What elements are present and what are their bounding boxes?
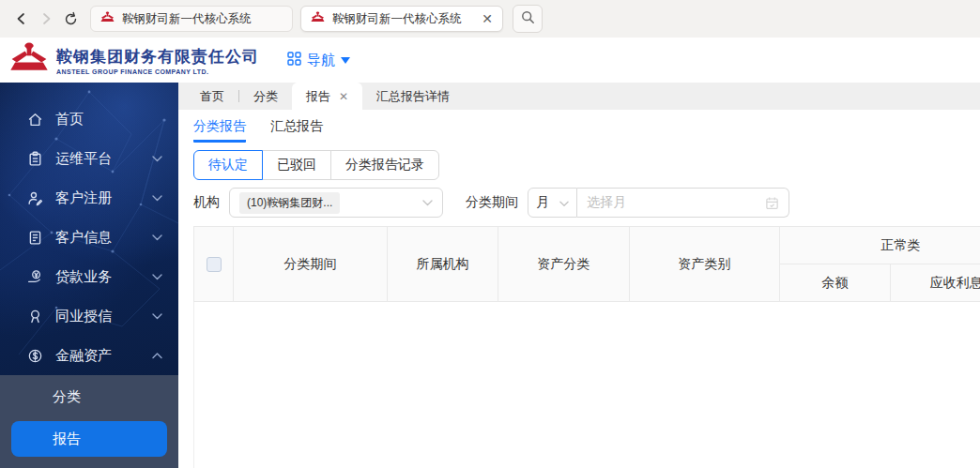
- financial-assets-submenu: 分类 报告: [0, 375, 178, 468]
- filter-pending-button[interactable]: 待认定: [193, 150, 263, 180]
- user-edit-icon: [27, 190, 43, 206]
- sidebar-item-customer-register[interactable]: 客户注册: [0, 178, 178, 218]
- sidebar-item-label: 客户信息: [55, 229, 112, 247]
- chevron-down-icon: [559, 195, 569, 210]
- chevron-up-icon: [152, 353, 162, 359]
- main-area: 首页 运维平台 客户注册: [0, 83, 980, 468]
- close-icon[interactable]: ✕: [339, 91, 348, 102]
- period-unit-select[interactable]: 月: [528, 188, 577, 218]
- company-logo: [9, 41, 49, 79]
- report-sub-tabs: 分类报告 汇总报告: [193, 118, 980, 143]
- document-icon: [27, 230, 43, 246]
- search-icon: [521, 10, 535, 28]
- browser-tab-1[interactable]: 鞍钢财司新一代核心系统: [90, 6, 293, 32]
- browser-toolbar: 鞍钢财司新一代核心系统 鞍钢财司新一代核心系统 ✕: [0, 0, 980, 38]
- chevron-down-icon: [422, 200, 433, 206]
- page-tab-label: 首页: [200, 88, 224, 105]
- content-area: 首页 分类 报告 ✕ 汇总报告详情 分类报告 汇总报告: [178, 83, 980, 468]
- browser-tab-2[interactable]: 鞍钢财司新一代核心系统 ✕: [300, 6, 503, 32]
- column-header-interest-receivable: 应收利息: [891, 264, 980, 302]
- browser-tab-title: 鞍钢财司新一代核心系统: [332, 11, 462, 27]
- page-tab-summary-report-detail[interactable]: 汇总报告详情: [362, 83, 464, 110]
- sidebar-item-loan-business[interactable]: 贷款业务: [0, 257, 178, 296]
- sidebar-item-label: 贷款业务: [55, 268, 112, 286]
- select-all-checkbox[interactable]: [207, 257, 222, 272]
- filter-report-records-button[interactable]: 分类报告记录: [330, 150, 439, 180]
- chevron-down-icon: [152, 195, 162, 202]
- chevron-down-icon: [152, 274, 162, 280]
- sidebar-item-label: 金融资产: [55, 347, 112, 365]
- calendar-icon: [765, 196, 779, 210]
- sidebar-item-interbank-credit[interactable]: 同业授信: [0, 296, 178, 336]
- nav-menu-label: 导航: [307, 52, 335, 69]
- company-titles: 鞍钢集团财务有限责任公司 ANSTEEL GROUP FINANCE COMPA…: [56, 46, 259, 75]
- page-tab-label: 分类: [253, 88, 278, 105]
- page-tab-label: 汇总报告详情: [376, 88, 450, 105]
- browser-forward-icon[interactable]: [34, 7, 58, 31]
- report-table: 分类期间 所属机构 资产分类 资产类别 正常类 余额 应收利息: [193, 226, 980, 468]
- column-header-org: 所属机构: [388, 227, 498, 302]
- query-form: 机构 (10)鞍钢集团财... 分类期间 月: [193, 188, 980, 218]
- grid-icon: [287, 52, 301, 68]
- status-filter-group: 待认定 已驳回 分类报告记录: [193, 150, 980, 180]
- clipboard-icon: [27, 151, 43, 167]
- sidebar-subitem-report[interactable]: 报告: [11, 421, 167, 457]
- report-page-body: 分类报告 汇总报告 待认定 已驳回 分类报告记录 机构 (10)鞍钢集团财...: [178, 110, 980, 468]
- chevron-down-icon: [152, 156, 162, 162]
- sidebar-item-customer-info[interactable]: 客户信息: [0, 218, 178, 257]
- period-label: 分类期间: [466, 194, 518, 211]
- column-header-period: 分类期间: [234, 227, 388, 302]
- company-name-en: ANSTEEL GROUP FINANCE COMPANY LTD.: [56, 68, 259, 75]
- home-icon: [27, 112, 43, 128]
- page-tab-bar: 首页 分类 报告 ✕ 汇总报告详情: [178, 83, 980, 110]
- column-header-asset-category: 资产类别: [630, 227, 780, 302]
- sidebar-item-label: 首页: [55, 111, 84, 128]
- chevron-down-icon: [152, 234, 162, 241]
- org-selected-value: (10)鞍钢集团财...: [239, 192, 340, 214]
- select-all-cell: [194, 227, 234, 302]
- sidebar-item-home[interactable]: 首页: [0, 99, 178, 139]
- sidebar-subitem-classification[interactable]: 分类: [0, 376, 178, 417]
- page-tab-report[interactable]: 报告 ✕: [292, 83, 362, 110]
- org-label: 机构: [193, 194, 220, 211]
- browser-reload-icon[interactable]: [58, 7, 83, 31]
- org-select[interactable]: (10)鞍钢集团财...: [229, 188, 443, 218]
- ansteel-logo-icon: [311, 11, 325, 26]
- sidebar-item-ops-platform[interactable]: 运维平台: [0, 139, 178, 178]
- column-header-balance: 余额: [780, 264, 891, 302]
- caret-down-icon: [341, 57, 350, 68]
- column-header-asset-classification: 资产分类: [498, 227, 630, 302]
- page-tab-label: 报告: [306, 88, 330, 105]
- column-group-normal-class: 正常类: [780, 227, 980, 264]
- sidebar-item-label: 客户注册: [55, 189, 112, 207]
- page-tab-classification[interactable]: 分类: [239, 83, 292, 110]
- month-picker-input[interactable]: 选择月: [577, 188, 789, 218]
- browser-back-icon[interactable]: [9, 7, 34, 31]
- chevron-down-icon: [152, 313, 162, 320]
- subtab-summary-report[interactable]: 汇总报告: [270, 118, 323, 143]
- browser-search-button[interactable]: [513, 5, 543, 33]
- ansteel-logo-icon: [100, 11, 115, 26]
- sidebar-item-label: 同业授信: [55, 308, 112, 325]
- filter-rejected-button[interactable]: 已驳回: [262, 150, 331, 180]
- dollar-circle-icon: [27, 348, 43, 364]
- browser-tab-title: 鞍钢财司新一代核心系统: [122, 11, 252, 27]
- sidebar: 首页 运维平台 客户注册: [0, 83, 178, 468]
- sidebar-item-financial-assets[interactable]: 金融资产: [0, 336, 178, 375]
- sidebar-item-label: 运维平台: [55, 150, 112, 168]
- sidebar-nav: 首页 运维平台 客户注册: [0, 83, 178, 375]
- app-window: 鞍钢财司新一代核心系统 鞍钢财司新一代核心系统 ✕ 鞍钢集团财务有限责任公司 A…: [0, 0, 980, 468]
- company-name-zh: 鞍钢集团财务有限责任公司: [56, 46, 259, 68]
- page-tab-home[interactable]: 首页: [186, 83, 238, 110]
- month-picker-placeholder: 选择月: [587, 194, 626, 211]
- table-empty-body: [193, 302, 980, 468]
- medal-icon: [27, 309, 43, 325]
- nav-menu-button[interactable]: 导航: [287, 52, 350, 69]
- app-header: 鞍钢集团财务有限责任公司 ANSTEEL GROUP FINANCE COMPA…: [0, 38, 980, 83]
- tab-close-icon[interactable]: ✕: [482, 12, 493, 25]
- subtab-classification-report[interactable]: 分类报告: [193, 118, 246, 143]
- loan-yuan-icon: [27, 269, 43, 285]
- period-unit-value: 月: [536, 194, 549, 211]
